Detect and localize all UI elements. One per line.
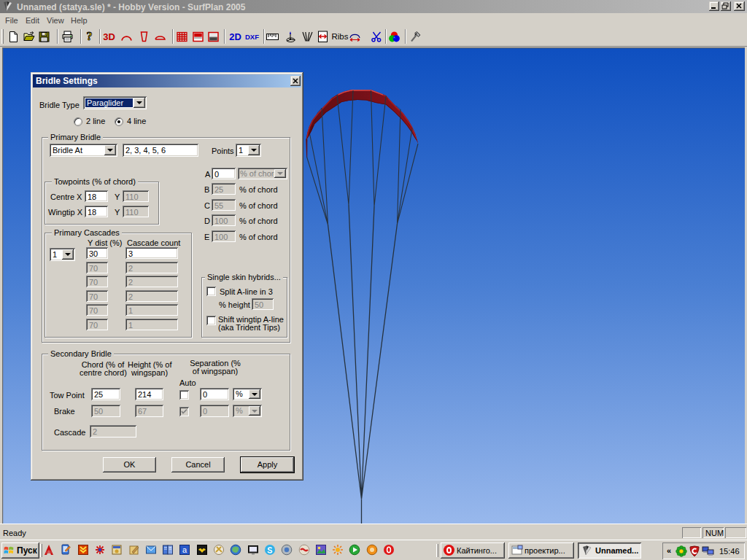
svg-text:a: a [182,545,187,554]
